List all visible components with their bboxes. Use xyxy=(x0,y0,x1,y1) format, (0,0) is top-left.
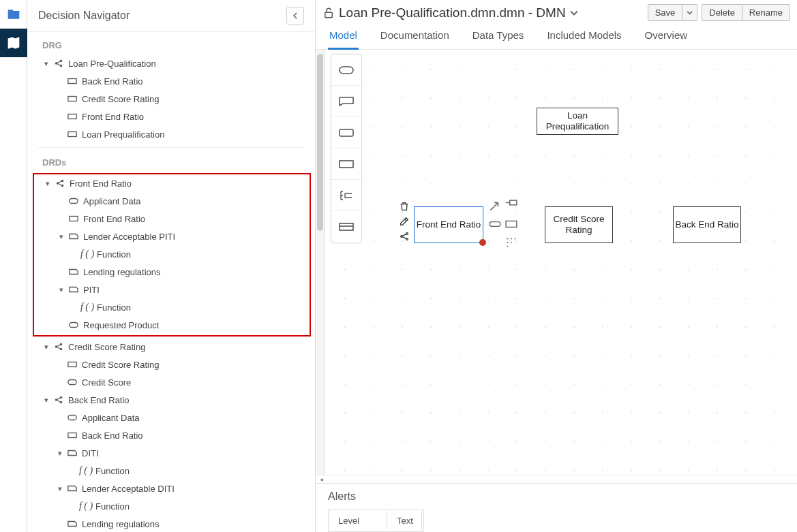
node-type-icon xyxy=(67,129,78,140)
connect-dots-icon[interactable] xyxy=(505,236,517,251)
tree-item[interactable]: ▾Lender Acceptable PITI xyxy=(34,228,310,245)
tree-item[interactable]: Loan Prequalification xyxy=(27,125,315,143)
tree-item[interactable]: Lending regulations xyxy=(34,263,310,281)
node-type-icon xyxy=(67,412,78,423)
tree-item-label: Credit Score Rating xyxy=(68,342,145,352)
caret-icon: ▾ xyxy=(56,449,64,458)
tab-model[interactable]: Model xyxy=(328,29,359,50)
tree-item-label: Loan Pre-Qualification xyxy=(68,59,156,69)
diagram-node-back-end-ratio[interactable]: Back End Ratio xyxy=(673,206,741,243)
svg-point-34 xyxy=(511,238,512,239)
svg-rect-3 xyxy=(68,79,76,84)
share-node-icon[interactable] xyxy=(399,231,410,242)
palette-list-icon[interactable] xyxy=(331,180,361,211)
tree-item[interactable]: ▾Credit Score Rating xyxy=(27,338,315,356)
palette-rect-icon[interactable] xyxy=(331,148,361,180)
decision-navigator-icon[interactable] xyxy=(0,29,27,57)
tree-item[interactable]: ▾Loan Pre-Qualification xyxy=(27,54,315,72)
alerts-title: Alerts xyxy=(316,484,797,510)
node-type-icon xyxy=(67,483,78,494)
node-type-icon xyxy=(68,195,79,206)
svg-rect-17 xyxy=(68,380,76,385)
tab-overview[interactable]: Overview xyxy=(644,29,689,49)
edit-node-icon[interactable] xyxy=(399,216,410,227)
diagram-canvas[interactable]: Loan Prequalification Front End Ratio Cr… xyxy=(325,50,797,475)
tree-item[interactable]: Back End Ratio xyxy=(27,426,315,444)
node-type-icon xyxy=(68,319,79,330)
node-type-icon: f ( ) xyxy=(82,249,93,260)
tree-item[interactable]: Front End Ratio xyxy=(27,108,315,125)
tree-item[interactable]: Applicant Data xyxy=(27,409,315,426)
canvas-horizontal-scrollbar[interactable]: ◂ xyxy=(316,475,797,483)
node-connect-toolbar xyxy=(489,200,517,251)
svg-point-27 xyxy=(401,236,403,238)
shape-palette xyxy=(331,54,362,243)
node-action-toolbar xyxy=(399,201,410,242)
node-type-icon xyxy=(67,111,78,122)
drds-section-label: DRDs xyxy=(27,152,315,172)
drg-section-label: DRG xyxy=(27,35,315,54)
tree-item[interactable]: Applicant Data xyxy=(34,192,310,210)
svg-rect-21 xyxy=(68,416,76,420)
tab-included-models[interactable]: Included Models xyxy=(545,29,622,49)
svg-point-29 xyxy=(406,238,408,240)
node-type-icon xyxy=(53,58,64,69)
connect-rect-icon[interactable] xyxy=(505,218,517,232)
file-title[interactable]: Loan Pre-Qualification.dmn.dmn - DMN xyxy=(322,5,648,20)
tree-item[interactable]: ▾DITI xyxy=(27,444,315,462)
svg-rect-41 xyxy=(340,161,353,168)
diagram-node-credit-score-rating[interactable]: Credit Score Rating xyxy=(545,206,613,243)
highlighted-drd-group: ▾Front End RatioApplicant DataFront End … xyxy=(33,173,311,337)
tree-item[interactable]: f ( )Function xyxy=(27,497,315,515)
tree-item[interactable]: ▾Lender Acceptable DITI xyxy=(27,480,315,497)
diagram-node-front-end-ratio[interactable]: Front End Ratio xyxy=(414,206,483,243)
tab-data-types[interactable]: Data Types xyxy=(471,29,526,49)
tree-item-label: DITI xyxy=(82,448,99,458)
svg-point-36 xyxy=(507,242,508,243)
tree-item[interactable]: f ( )Function xyxy=(27,462,315,480)
tree-item[interactable]: f ( )Function xyxy=(34,245,310,263)
project-explorer-icon[interactable] xyxy=(0,0,27,29)
delete-button[interactable]: Delete xyxy=(702,4,742,21)
tree-item[interactable]: f ( )Function xyxy=(34,298,310,316)
editor-main: Loan Pre-Qualification.dmn.dmn - DMN Sav… xyxy=(316,0,797,532)
tree-item[interactable]: Lending regulations xyxy=(27,515,315,532)
tree-item-label: Front End Ratio xyxy=(83,214,145,224)
tree-item-label: Back End Ratio xyxy=(68,395,130,405)
svg-rect-42 xyxy=(340,223,353,230)
tree-item[interactable]: Requested Product xyxy=(34,316,310,334)
collapse-navigator-button[interactable] xyxy=(286,7,304,25)
palette-pill-icon[interactable] xyxy=(331,54,361,86)
svg-point-35 xyxy=(515,238,516,239)
node-type-icon xyxy=(67,518,78,529)
tree-item[interactable]: ▾Back End Ratio xyxy=(27,391,315,409)
connect-pill-icon[interactable] xyxy=(489,218,501,232)
canvas-vertical-scrollbar[interactable] xyxy=(316,50,325,475)
tab-documentation[interactable]: Documentation xyxy=(379,29,451,49)
tree-item-label: Lending regulations xyxy=(83,267,160,277)
tree-item-label: Back End Ratio xyxy=(82,431,143,441)
tree-item[interactable]: Credit Score Rating xyxy=(27,356,315,373)
rename-button[interactable]: Rename xyxy=(742,4,790,21)
palette-double-rect-icon[interactable] xyxy=(331,211,361,242)
resize-handle[interactable] xyxy=(479,239,486,246)
tree-item[interactable]: Front End Ratio xyxy=(34,210,310,228)
tree-item-label: Function xyxy=(95,466,130,476)
tree-item[interactable]: Back End Ratio xyxy=(27,72,315,90)
diagram-node-loan-prequalification[interactable]: Loan Prequalification xyxy=(537,108,618,135)
connect-text-icon[interactable] xyxy=(505,200,517,214)
save-dropdown-button[interactable] xyxy=(682,4,697,21)
tree-item[interactable]: Credit Score Rating xyxy=(27,90,315,108)
tree-item[interactable]: ▾PITI xyxy=(34,281,310,298)
svg-rect-6 xyxy=(68,132,76,137)
tree-item[interactable]: Credit Score xyxy=(27,373,315,391)
palette-round-rect-icon[interactable] xyxy=(331,117,361,148)
save-button[interactable]: Save xyxy=(648,4,683,21)
palette-note-icon[interactable] xyxy=(331,86,361,117)
delete-node-icon[interactable] xyxy=(399,201,410,212)
connect-arrow-icon[interactable] xyxy=(489,200,501,214)
tree-item-label: Front End Ratio xyxy=(70,178,132,189)
svg-point-33 xyxy=(507,238,508,239)
tree-item[interactable]: ▾Front End Ratio xyxy=(34,174,310,192)
svg-rect-10 xyxy=(70,199,78,204)
